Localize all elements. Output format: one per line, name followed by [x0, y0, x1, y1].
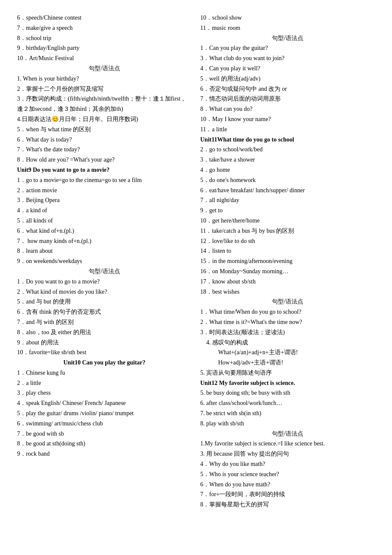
list-item: 4．Can you play it well? — [200, 64, 375, 74]
list-item: 8．school trip — [17, 33, 192, 43]
list-item: 5．Who is your science teacher? — [200, 469, 375, 480]
list-item: 10．get here/there/home — [200, 216, 375, 226]
list-item: 4．a kind of — [17, 205, 192, 216]
section-header: 句型/语法点 — [200, 33, 375, 43]
list-item: 14．listen to — [200, 246, 375, 256]
list-item: 15．in the morning/afternoon/evening — [200, 256, 375, 266]
list-item: 5．do one's homework — [200, 175, 375, 185]
list-item: 6．否定句或疑问句中 and 改为 or — [200, 84, 375, 94]
section-header: 句型/语法点 — [200, 297, 375, 307]
list-item: 4．go home — [200, 165, 375, 175]
right-column: 10．school show11．music room句型/语法点1．Can y… — [200, 13, 375, 510]
list-item: 7．all night/day — [200, 195, 375, 205]
list-item: 7．make/give a speech — [17, 23, 192, 33]
list-item: 7．for+一段时间，表时间的持续 — [200, 489, 375, 500]
list-item: 5．well 的用法(adj/adv) — [200, 74, 375, 84]
list-item: 9．birthday/English party — [17, 43, 192, 53]
list-item: 6．When do you have math? — [200, 480, 375, 490]
list-item: 7．情态动词后面的动词用原形 — [200, 94, 375, 104]
paragraph: 5．play the guitar/ drums /violin/ piano/… — [17, 408, 192, 419]
list-item: 6. after class/school/work/lunch… — [200, 398, 375, 408]
list-item: 11．music room — [200, 23, 375, 33]
section-header: 句型/语法点 — [200, 429, 375, 439]
list-item: 10．May I know your name? — [200, 114, 375, 124]
list-item: 1．Do you want to go to a movie? — [17, 277, 192, 287]
list-item: 7． how many kinds of+n.(pl.) — [17, 236, 192, 246]
list-item: 5. 宾语从句要用陈述句语序 — [200, 368, 375, 378]
list-item: 6．swimming/ art/music/chess club — [17, 419, 192, 429]
main-container: 6．speech/Chinese contest7．make/give a sp… — [17, 13, 375, 510]
list-item: 3. 用 because 回答 why 提出的问句 — [200, 449, 375, 459]
list-item: 3．play chess — [17, 388, 192, 398]
list-item: 6．含有 think 的句子的否定形式 — [17, 307, 192, 317]
list-item: 9．on weekends/weekdays — [17, 256, 192, 266]
list-item: 9．get to — [200, 205, 375, 216]
list-item: 10．school show — [200, 13, 375, 23]
left-column: 6．speech/Chinese contest7．make/give a sp… — [17, 13, 192, 510]
list-item: 6．what kind of+n.(pl.) — [17, 226, 192, 236]
list-item: 8．掌握每星期七天的拼写 — [200, 500, 375, 510]
unit-title-center: Unit10 Can you play the guitar? — [17, 358, 192, 368]
list-item: 6．speech/Chinese contest — [17, 13, 192, 23]
list-item: 1．Chinese kung fu — [17, 368, 192, 378]
list-item: 6．eat/have breakfast/ lunch/supper/ dinn… — [200, 185, 375, 196]
list-item: 7．be good with sb — [17, 429, 192, 439]
list-item: 2．go to school/work/bed — [200, 145, 375, 155]
list-item: 7. be strict with sb(in sth) — [200, 408, 375, 419]
list-item: 3．What club do you want to join? — [200, 53, 375, 64]
list-item: 2．action movie — [17, 185, 192, 196]
list-item: 5．and 与 but 的使用 — [17, 297, 192, 307]
list-item: 6．What day is today? — [17, 135, 192, 145]
list-item: 5．all kinds of — [17, 216, 192, 226]
list-item: 8. play with sb/sth — [200, 419, 375, 429]
list-item: 8．be good at sth(doing sth) — [17, 439, 192, 449]
list-item: 8．also，too 及 either 的用法 — [17, 327, 192, 338]
list-item: 2．a little — [17, 378, 192, 388]
list-item: 11．a little — [200, 124, 375, 135]
paragraph-indent: 4. 感叹句的构成 — [200, 338, 375, 348]
list-item: 7．and 与 with 的区别 — [17, 317, 192, 327]
list-item: 3．take/have a shower — [200, 155, 375, 165]
list-item: 2．What time is it?=What's the time now? — [200, 317, 375, 327]
list-item: 1．Can you play the guitar? — [200, 43, 375, 53]
list-item: 5. be busy doing sth; be busy with sth — [200, 388, 375, 398]
paragraph: 1．go to a movie=go to the cinema=go to s… — [17, 175, 192, 185]
list-item: 7．What's the date today? — [17, 145, 192, 155]
paragraph: 4.日期表达法😊月日年；日月年。日用序数词) — [17, 114, 192, 124]
paragraph: 1.My favorite subject is science.=I like… — [200, 439, 375, 449]
list-item: 3．Beijing Opera — [17, 195, 192, 205]
list-item: 16．on Monday~Sunday morning… — [200, 266, 375, 277]
list-item: 10．favorite=like sb/sth best — [17, 347, 192, 358]
list-item: 3．时间表达法(顺读法；逆读法) — [200, 327, 375, 338]
list-item: 4．speak English/ Chinese/ French/ Japane… — [17, 398, 192, 408]
section-header: 句型/语法点 — [17, 64, 192, 74]
list-item: 11．take/catch a bus 与 by bus 的区别 — [200, 226, 375, 236]
list-item: 8．What can you do? — [200, 104, 375, 114]
list-item: 17．know about sb/sth — [200, 277, 375, 287]
list-item: 4．Why do you like math? — [200, 459, 375, 469]
paragraph-indent2: How+adj/adv+主语+谓语! — [200, 358, 375, 368]
list-item: 1．What time/When do you go to school? — [200, 307, 375, 317]
list-item: 8．learn about — [17, 246, 192, 256]
unit-title: Unit12 My favorite subject is science. — [200, 378, 375, 388]
list-item: 5．when 与 what time 的区别 — [17, 124, 192, 135]
unit-title: Unit11What time do you go to school — [200, 135, 375, 145]
paragraph: 3．序数词的构成：(fifth/eighth/ninth/twelfth；整十：… — [17, 94, 192, 114]
list-item: 2．What kind of movies do you like? — [17, 287, 192, 297]
list-item: 9．about 的用法 — [17, 338, 192, 348]
unit-title: Unit9 Do you want to go to a movie? — [17, 165, 192, 175]
list-item: 12．love/like to do sth — [200, 236, 375, 246]
list-item: 10．Art/Music Festival — [17, 53, 192, 64]
section-header: 句型/语法点 — [17, 266, 192, 277]
list-item: 9．rock band — [17, 449, 192, 459]
list-item: 1. When is your birthday? — [17, 74, 192, 84]
list-item: 8．How old are you? =What's your age? — [17, 155, 192, 165]
list-item: 2．掌握十二个月份的拼写及缩写 — [17, 84, 192, 94]
list-item: 18．best wishes — [200, 287, 375, 297]
paragraph-indent2: What+(a/an)+adj+n+主语+谓语! — [200, 347, 375, 358]
